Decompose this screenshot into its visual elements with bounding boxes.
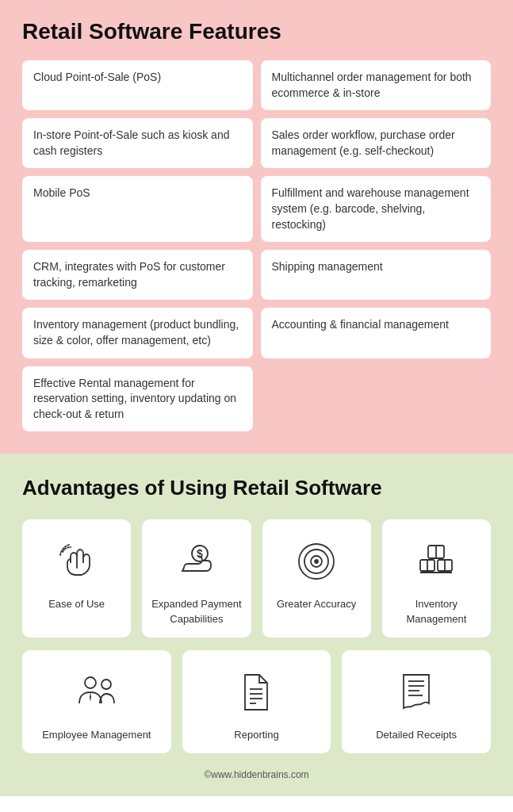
advantages-row1: Ease of Use $ Expanded Payment Capabilit… xyxy=(22,519,491,637)
advantage-card-ease-of-use: Ease of Use xyxy=(22,519,131,637)
receipts-label: Detailed Receipts xyxy=(376,728,457,742)
report-icon xyxy=(228,665,284,720)
feature-card-f6: Fulfillment and warehouse management sys… xyxy=(261,176,492,242)
payment-icon: $ xyxy=(169,534,224,589)
feature-card-f5: Mobile PoS xyxy=(22,176,253,242)
advantages-row2: Employee Management Reporting xyxy=(22,650,491,753)
feature-card-f11: Effective Rental management for reservat… xyxy=(22,366,253,432)
advantage-card-employee: Employee Management xyxy=(22,650,171,753)
advantage-card-reporting: Reporting xyxy=(182,650,331,753)
target-icon xyxy=(289,534,344,589)
inventory-label: Inventory Management xyxy=(390,597,483,626)
advantage-card-receipts: Detailed Receipts xyxy=(342,650,491,753)
advantage-card-inventory: Inventory Management xyxy=(382,519,491,637)
feature-card-f10: Accounting & financial management xyxy=(261,308,492,358)
feature-card-f8: Shipping management xyxy=(261,250,492,300)
top-title: Retail Software Features xyxy=(22,19,491,44)
employees-icon xyxy=(69,665,124,720)
feature-card-f4: Sales order workflow, purchase order man… xyxy=(261,118,492,168)
features-grid: Cloud Point-of-Sale (PoS) Multichannel o… xyxy=(22,60,491,431)
feature-card-f7: CRM, integrates with PoS for customer tr… xyxy=(22,250,253,300)
boxes-icon xyxy=(408,534,464,589)
employee-label: Employee Management xyxy=(42,728,151,742)
svg-point-5 xyxy=(315,560,318,563)
feature-card-f1: Cloud Point-of-Sale (PoS) xyxy=(22,60,253,110)
svg-point-13 xyxy=(85,677,96,688)
feature-card-f2: Multichannel order management for both e… xyxy=(261,60,492,110)
advantage-card-payment: $ Expanded Payment Capabilities xyxy=(142,519,251,637)
hand-icon xyxy=(49,534,105,589)
payment-label: Expanded Payment Capabilities xyxy=(150,597,243,626)
footer: ©www.hiddenbrains.com xyxy=(22,769,491,780)
reporting-label: Reporting xyxy=(234,728,278,742)
svg-point-14 xyxy=(101,680,111,689)
feature-card-f3: In-store Point-of-Sale such as kiosk and… xyxy=(22,118,253,168)
feature-card-f9: Inventory management (product bundling, … xyxy=(22,308,253,358)
receipt-icon xyxy=(389,665,444,720)
accuracy-label: Greater Accuracy xyxy=(277,597,356,611)
bottom-title: Advantages of Using Retail Software xyxy=(22,476,491,500)
advantage-card-accuracy: Greater Accuracy xyxy=(262,519,371,637)
ease-of-use-label: Ease of Use xyxy=(48,597,105,611)
top-section: Retail Software Features Cloud Point-of-… xyxy=(0,0,513,454)
bottom-section: Advantages of Using Retail Software Ease… xyxy=(0,454,513,796)
